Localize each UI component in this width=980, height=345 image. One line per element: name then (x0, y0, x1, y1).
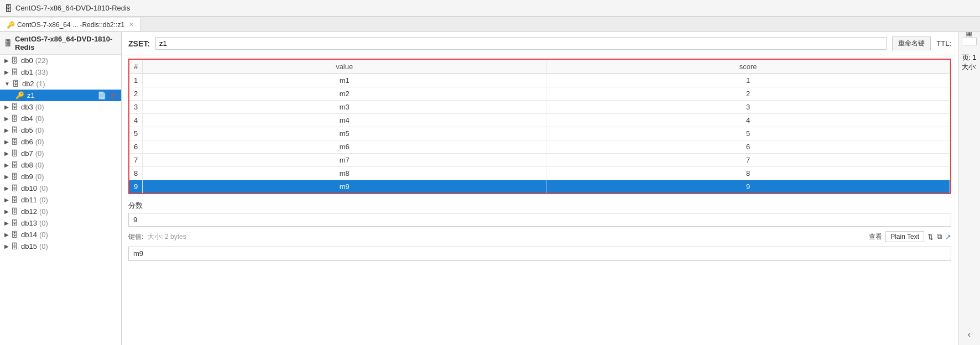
db9-count: (0) (35, 172, 44, 181)
copy-icon[interactable]: ⧉ (937, 232, 942, 241)
table-row[interactable]: 3 m3 3 (129, 101, 950, 114)
sidebar-item-z1[interactable]: 🔑 z1 📄 🗑 (0, 90, 121, 101)
col-header-num: # (129, 60, 143, 74)
tab-z1[interactable]: 🔑 CentOS-7-x86_64 ... -Redis::db2::z1 ✕ (0, 18, 141, 31)
sidebar-item-db2[interactable]: ▼ 🗄 db2 (1) (0, 78, 121, 90)
rename-key-button[interactable]: 重命名键 (892, 36, 931, 50)
cell-score: 6 (546, 140, 950, 154)
keyvalue-actions: 查看 Plain Text ⇅ ⧉ ↗ (869, 231, 951, 242)
db-folder-icon-db2: 🗄 (12, 80, 19, 88)
table-row[interactable]: 5 m5 5 (129, 127, 950, 140)
table-row[interactable]: 9 m9 9 (129, 180, 950, 194)
value-display-box[interactable]: m9 (128, 247, 951, 261)
table-row[interactable]: 4 m4 4 (129, 114, 950, 127)
cell-score: 8 (546, 167, 950, 180)
title-bar: 🗄 CentOS-7-x86_64-DVD-1810-Redis (0, 0, 980, 17)
keyvalue-bar: 键值: 大小: 2 bytes 查看 Plain Text ⇅ ⧉ ↗ (128, 229, 951, 244)
cell-value: m8 (143, 167, 546, 180)
plain-text-button[interactable]: Plain Text (885, 231, 924, 242)
db10-count: (0) (39, 184, 48, 192)
right-panel-page-info: 页: 1 大小: (962, 53, 977, 72)
database-icon: 🗄 (4, 4, 12, 13)
sidebar-item-db12[interactable]: ▶ 🗄 db12 (0) (0, 206, 121, 217)
sidebar-item-db11[interactable]: ▶ 🗄 db11 (0) (0, 194, 121, 206)
cell-num: 3 (129, 101, 143, 114)
table-row[interactable]: 6 m6 6 (129, 140, 950, 154)
cell-num: 5 (129, 127, 143, 140)
db-folder-icon-db1: 🗄 (11, 68, 18, 76)
db1-label: db1 (21, 68, 33, 76)
sidebar-item-db13[interactable]: ▶ 🗄 db13 (0) (0, 217, 121, 229)
arrow-icon-db11: ▶ (4, 197, 9, 203)
right-panel: 页面 页: 1 大小: ‹ (958, 32, 980, 345)
keyvalue-label: 键值: (128, 232, 143, 242)
sidebar-header: 🗄 CentOS-7-x86_64-DVD-1810-Redis (0, 32, 121, 55)
z1-action-icons: 📄 🗑 (97, 91, 117, 100)
cell-score: 4 (546, 114, 950, 127)
sidebar-item-db4[interactable]: ▶ 🗄 db4 (0) (0, 113, 121, 124)
cell-score: 3 (546, 101, 950, 114)
delete-icon-z1[interactable]: 🗑 (110, 91, 117, 100)
cell-num: 1 (129, 74, 143, 87)
cell-num: 2 (129, 87, 143, 101)
table-row[interactable]: 1 m1 1 (129, 74, 950, 87)
cell-num: 8 (129, 167, 143, 180)
sidebar-item-db1[interactable]: ▶ 🗄 db1 (33) (0, 66, 121, 78)
content-area: ZSET: 重命名键 TTL: # value score 1 m1 1 (122, 32, 958, 345)
arrow-icon-db3: ▶ (4, 104, 9, 110)
arrow-icon-db9: ▶ (4, 174, 9, 180)
db7-count: (0) (35, 149, 44, 158)
table-row[interactable]: 8 m8 8 (129, 167, 950, 180)
db-folder-icon-db15: 🗄 (11, 242, 18, 250)
sidebar-item-db5[interactable]: ▶ 🗄 db5 (0) (0, 124, 121, 136)
table-row[interactable]: 2 m2 2 (129, 87, 950, 101)
collapse-arrow-button[interactable]: ‹ (968, 330, 971, 339)
db15-count: (0) (39, 242, 48, 250)
db6-count: (0) (35, 138, 44, 146)
cell-score: 1 (546, 74, 950, 87)
sidebar-item-db9[interactable]: ▶ 🗄 db9 (0) (0, 171, 121, 182)
sidebar-item-db6[interactable]: ▶ 🗄 db6 (0) (0, 136, 121, 148)
sidebar-item-db3[interactable]: ▶ 🗄 db3 (0) (0, 101, 121, 113)
arrow-icon-db2: ▼ (4, 81, 10, 87)
external-icon[interactable]: ↗ (945, 233, 951, 241)
zset-table-container: # value score 1 m1 1 2 m2 2 3 m3 3 4 m4 … (128, 59, 951, 194)
db3-label: db3 (21, 103, 33, 111)
sidebar-item-db14[interactable]: ▶ 🗄 db14 (0) (0, 229, 121, 241)
arrow-icon-db0: ▶ (4, 58, 9, 64)
tab-close-button[interactable]: ✕ (129, 21, 134, 28)
db14-label: db14 (21, 231, 37, 239)
sidebar-item-db7[interactable]: ▶ 🗄 db7 (0) (0, 148, 121, 159)
cell-num: 9 (129, 180, 143, 194)
format-toggle-icon[interactable]: ⇅ (927, 233, 934, 241)
arrow-icon-db4: ▶ (4, 116, 9, 122)
table-row[interactable]: 7 m7 7 (129, 154, 950, 167)
db12-label: db12 (21, 207, 37, 216)
sidebar-item-db15[interactable]: ▶ 🗄 db15 (0) (0, 241, 121, 252)
db7-label: db7 (21, 149, 33, 158)
db2-label: db2 (22, 80, 34, 88)
sidebar-item-db8[interactable]: ▶ 🗄 db8 (0) (0, 159, 121, 171)
sidebar-item-db10[interactable]: ▶ 🗄 db10 (0) (0, 182, 121, 194)
edit-icon-z1[interactable]: 📄 (97, 91, 106, 100)
zset-header: ZSET: 重命名键 TTL: (122, 32, 958, 55)
score-value-box[interactable]: 9 (128, 213, 951, 227)
db15-label: db15 (21, 242, 37, 250)
db11-label: db11 (21, 196, 37, 204)
db-folder-icon-db14: 🗄 (11, 231, 18, 239)
cell-num: 4 (129, 114, 143, 127)
db-folder-icon-db3: 🗄 (11, 103, 18, 111)
db10-label: db10 (21, 184, 37, 192)
db-folder-icon-db7: 🗄 (11, 149, 18, 158)
cell-value: m4 (143, 114, 546, 127)
zset-table: # value score 1 m1 1 2 m2 2 3 m3 3 4 m4 … (129, 60, 950, 193)
arrow-icon-db10: ▶ (4, 185, 9, 191)
zset-key-input[interactable] (155, 37, 887, 50)
col-header-value: value (143, 60, 546, 74)
sidebar-item-db0[interactable]: ▶ 🗄 db0 (22) (0, 55, 121, 66)
page-button[interactable]: 页面 (962, 38, 977, 45)
zset-label: ZSET: (128, 39, 150, 48)
db8-count: (0) (35, 161, 44, 169)
db1-count: (33) (35, 68, 48, 76)
keyvalue-size: 大小: 2 bytes (148, 232, 186, 242)
